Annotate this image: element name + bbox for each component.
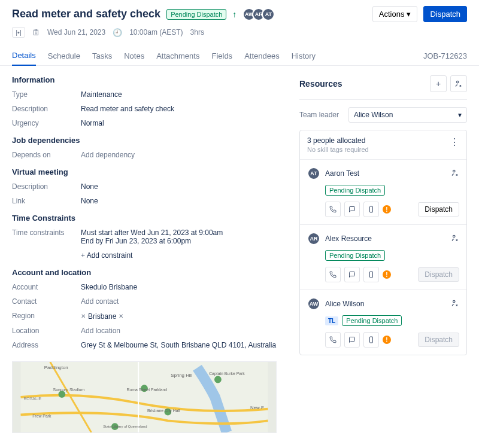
section-virtual-meeting: Virtual meeting bbox=[12, 167, 277, 176]
add-dependency[interactable]: Add dependency bbox=[81, 151, 277, 159]
resources-title: Resources bbox=[299, 79, 430, 89]
team-leader-label: Team leader bbox=[299, 111, 342, 119]
tab-history[interactable]: History bbox=[292, 47, 316, 65]
tab-details[interactable]: Details bbox=[12, 46, 36, 66]
avatar[interactable]: AT bbox=[262, 8, 275, 21]
svg-point-6 bbox=[457, 81, 459, 83]
person-status-badge: Pending Dispatch bbox=[325, 250, 385, 261]
team-leader-select[interactable]: Alice Wilson▾ bbox=[348, 107, 467, 123]
map-label: Paddington bbox=[44, 364, 68, 370]
section-time-constraints: Time Constraints bbox=[12, 214, 277, 223]
tab-fields[interactable]: Fields bbox=[211, 47, 232, 65]
tabs: Details Schedule Tasks Notes Attachments… bbox=[0, 46, 479, 66]
actions-button[interactable]: Actions▾ bbox=[372, 6, 418, 22]
label-address: Address bbox=[12, 341, 81, 349]
svg-rect-14 bbox=[370, 337, 373, 343]
person-status-badge: Pending Dispatch bbox=[325, 185, 385, 196]
person-name: Aaron Test bbox=[325, 169, 446, 178]
value-region: ✕Brisbane✕ bbox=[81, 312, 277, 321]
map-label: Roma Street Parkland bbox=[127, 388, 168, 392]
label-vm-description: Description bbox=[12, 182, 81, 191]
allocated-count: 3 people allocated bbox=[307, 136, 450, 145]
job-id: JOB-712623 bbox=[423, 47, 467, 65]
warning-icon[interactable]: ! bbox=[383, 270, 391, 279]
actions-label: Actions bbox=[379, 10, 405, 19]
map-label: Suncorp Stadium bbox=[53, 388, 85, 392]
label-type: Type bbox=[12, 90, 81, 99]
label-depends-on: Depends on bbox=[12, 151, 81, 159]
arrow-up-icon: ↑ bbox=[232, 10, 237, 19]
map[interactable]: Paddington Spring Hill Captain Burke Par… bbox=[12, 361, 277, 433]
value-urgency: Normal bbox=[81, 119, 277, 127]
unassign-all-button[interactable] bbox=[450, 75, 467, 92]
call-button[interactable] bbox=[325, 332, 341, 348]
job-type-icon[interactable]: |•| bbox=[12, 27, 25, 38]
svg-point-3 bbox=[214, 376, 222, 383]
region-remove-icon[interactable]: ✕ bbox=[81, 313, 86, 319]
add-contact[interactable]: Add contact bbox=[81, 297, 277, 306]
person-name: Alex Resource bbox=[325, 234, 446, 243]
value-account: Skedulo Brisbane bbox=[81, 283, 277, 291]
label-description: Description bbox=[12, 105, 81, 113]
value-vm-description: None bbox=[81, 182, 277, 191]
unassign-person-button[interactable] bbox=[451, 299, 459, 309]
mobile-button[interactable] bbox=[363, 332, 379, 348]
page-title: Read meter and safety check bbox=[12, 8, 160, 20]
mobile-button[interactable] bbox=[363, 202, 379, 217]
avatar: AR bbox=[307, 232, 320, 245]
dispatch-person-button: Dispatch bbox=[418, 267, 459, 282]
value-address: Grey St & Melbourne St, South Brisbane Q… bbox=[81, 341, 277, 349]
label-location: Location bbox=[12, 327, 81, 335]
tab-tasks[interactable]: Tasks bbox=[92, 47, 112, 65]
value-description: Read meter and safety check bbox=[81, 105, 277, 113]
dispatch-person-button[interactable]: Dispatch bbox=[418, 202, 459, 217]
resources-menu-button[interactable]: ⋮ bbox=[450, 136, 459, 148]
resource-person: AT Aaron Test Pending Dispatch ! Dispatc… bbox=[300, 159, 466, 224]
label-region: Region bbox=[12, 312, 81, 321]
call-button[interactable] bbox=[325, 202, 341, 217]
tab-attendees[interactable]: Attendees bbox=[244, 47, 280, 65]
unassign-person-button[interactable] bbox=[451, 234, 459, 244]
job-duration: 3hrs bbox=[190, 28, 204, 36]
label-vm-link: Link bbox=[12, 197, 81, 205]
avatar: AT bbox=[307, 167, 320, 180]
job-time: 10:00am (AEST) bbox=[129, 28, 183, 36]
constraint-line: Must start after Wed Jun 21, 2023 at 9:0… bbox=[81, 228, 277, 237]
call-button[interactable] bbox=[325, 267, 341, 282]
svg-point-13 bbox=[453, 300, 456, 303]
person-status-badge: Pending Dispatch bbox=[342, 315, 402, 326]
label-urgency: Urgency bbox=[12, 119, 81, 127]
map-label: Frew Park bbox=[32, 414, 51, 418]
section-account-location: Account and location bbox=[12, 268, 277, 277]
message-button[interactable] bbox=[344, 267, 360, 282]
status-badge: Pending Dispatch bbox=[166, 9, 226, 20]
dispatch-button[interactable]: Dispatch bbox=[423, 6, 467, 22]
map-label: Spring Hill bbox=[171, 372, 192, 377]
tab-schedule[interactable]: Schedule bbox=[48, 47, 80, 65]
warning-icon[interactable]: ! bbox=[383, 336, 391, 344]
svg-rect-8 bbox=[370, 206, 373, 212]
team-leader-badge: TL bbox=[325, 316, 338, 325]
message-button[interactable] bbox=[344, 332, 360, 348]
constraint-line: End by Fri Jun 23, 2023 at 6:00pm bbox=[81, 237, 277, 245]
section-information: Information bbox=[12, 75, 277, 84]
label-contact: Contact bbox=[12, 297, 81, 306]
message-button[interactable] bbox=[344, 202, 360, 217]
tab-attachments[interactable]: Attachments bbox=[156, 47, 199, 65]
add-constraint[interactable]: + Add constraint bbox=[81, 251, 277, 260]
unassign-person-button[interactable] bbox=[451, 169, 459, 179]
job-date: Wed Jun 21, 2023 bbox=[47, 28, 105, 36]
map-label: New F bbox=[250, 404, 264, 410]
add-location[interactable]: Add location bbox=[81, 327, 277, 335]
avatar-stack[interactable]: AW AR AT bbox=[242, 8, 275, 21]
resource-person: AR Alex Resource Pending Dispatch ! Disp… bbox=[300, 224, 466, 289]
region-remove-icon[interactable]: ✕ bbox=[119, 313, 123, 319]
svg-point-7 bbox=[453, 170, 456, 172]
warning-icon[interactable]: ! bbox=[383, 205, 391, 214]
team-leader-value: Alice Wilson bbox=[354, 111, 393, 119]
mobile-button[interactable] bbox=[363, 267, 379, 282]
calendar-icon: 🗓 bbox=[32, 28, 40, 37]
tab-notes[interactable]: Notes bbox=[124, 47, 144, 65]
add-resource-button[interactable]: + bbox=[430, 75, 447, 92]
map-label: Brisbane City Hall bbox=[147, 408, 180, 413]
